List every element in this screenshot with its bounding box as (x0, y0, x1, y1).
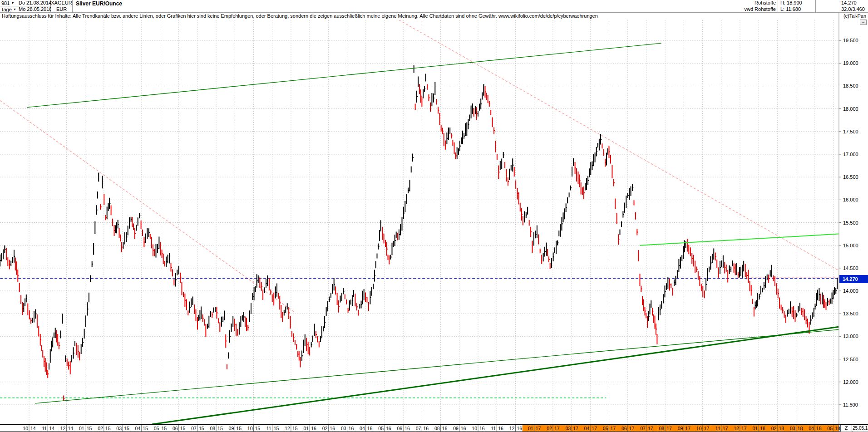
x-tick-year: 17 (611, 426, 616, 431)
x-tick-month: 01 (303, 426, 309, 431)
x-tick-month: 06 (621, 426, 627, 431)
x-tick-month: 08 (434, 426, 440, 431)
x-tick-year: 17 (704, 426, 710, 431)
last-price-badge: 14.270 (839, 275, 868, 283)
disclaimer-text: Haftungsausschluss für Inhalte: Alle Tre… (2, 13, 683, 19)
y-tick-label: 17.000 (843, 152, 858, 157)
x-tick-year: 17 (685, 426, 690, 431)
y-tick-label: 12.000 (843, 379, 858, 385)
x-tick-year: 18 (779, 426, 784, 431)
x-tick-year: 15 (143, 426, 148, 431)
symbol-currency: EUR (51, 6, 73, 13)
bars-count-dropdown[interactable]: 981 ▼ (0, 0, 17, 6)
x-tick-year: 15 (87, 426, 92, 431)
x-tick-year: 16 (349, 426, 354, 431)
x-tick-year: 17 (723, 426, 728, 431)
x-tick-month: 03 (790, 426, 795, 431)
x-tick-month: 01 (79, 426, 84, 431)
x-tick-month: 10 (247, 426, 253, 431)
x-tick-month: 05 (378, 426, 384, 431)
y-tick-label: 19.000 (843, 60, 858, 66)
x-tick-year: 16 (386, 426, 391, 431)
x-tick-month: 05 (827, 426, 833, 431)
provider-label: vwd Rohstoffe (706, 6, 778, 13)
y-tick-label: 18.500 (843, 83, 858, 88)
y-tick-label: 12.500 (843, 357, 858, 362)
x-tick-year: 15 (199, 426, 204, 431)
x-tick-month: 06 (173, 426, 178, 431)
header-filler (73, 0, 706, 13)
x-tick-year: 17 (592, 426, 597, 431)
chevron-down-icon: ▼ (11, 1, 14, 5)
x-tick-month: 09 (229, 426, 234, 431)
x-tick-month: 11 (42, 426, 47, 431)
x-tick-year: 16 (423, 426, 429, 431)
x-tick-month: 05 (154, 426, 159, 431)
taipan-watermark: (c)Tai-Pan (843, 13, 866, 19)
x-tick-year: 18 (816, 426, 822, 431)
x-tick-year: 17 (554, 426, 560, 431)
x-tick-year: 18 (760, 426, 765, 431)
collapse-button[interactable]: – (860, 20, 867, 25)
date-to: Mo 28.05.2018 (17, 6, 51, 13)
x-tick-month: 02 (547, 426, 552, 431)
minus-icon: – (862, 20, 864, 25)
x-tick-month: 03 (341, 426, 346, 431)
x-tick-month: 01 (753, 426, 758, 431)
x-tick-month: 02 (771, 426, 777, 431)
x-tick-year: 15 (124, 426, 129, 431)
x-tick-year: 15 (217, 426, 223, 431)
x-tick-month: 04 (584, 426, 590, 431)
y-tick-label: 16.000 (843, 197, 858, 202)
x-tick-year: 15 (274, 426, 279, 431)
date-from: Do 21.08.2014 (17, 0, 51, 6)
y-tick-label: 14.500 (843, 265, 858, 271)
x-tick-year: 15 (105, 426, 111, 431)
period-value: Tage (1, 7, 12, 12)
x-tick-month: 12 (509, 426, 515, 431)
y-tick-label: 15.000 (843, 243, 858, 248)
x-tick-month: 03 (565, 426, 571, 431)
price-chart-canvas[interactable]: 19.50019.00018.50018.00017.50017.00016.5… (0, 0, 868, 432)
x-tick-year: 15 (180, 426, 186, 431)
x-tick-year: 16 (404, 426, 410, 431)
zoom-mode-button[interactable]: Z (840, 425, 852, 432)
period-low: L: 11.680 (778, 6, 816, 13)
x-tick-month: 02 (322, 426, 328, 431)
x-tick-month: 10 (23, 426, 28, 431)
x-tick-month: 07 (640, 426, 646, 431)
symbol-code: XAGEUR (51, 0, 73, 6)
x-tick-year: 16 (479, 426, 485, 431)
x-tick-year: 16 (461, 426, 466, 431)
x-tick-month: 08 (210, 426, 215, 431)
x-tick-year: 17 (573, 426, 578, 431)
x-tick-year: 15 (161, 426, 167, 431)
header-last-price: 14.270 (816, 0, 868, 6)
x-tick-month: 04 (809, 426, 814, 431)
x-tick-month: 10 (472, 426, 477, 431)
x-tick-year: 17 (648, 426, 653, 431)
x-tick-year: 16 (442, 426, 448, 431)
x-tick-month: 11 (715, 426, 720, 431)
y-tick-label: 11.500 (843, 402, 858, 407)
x-tick-month: 03 (116, 426, 122, 431)
x-tick-year: 14 (68, 426, 73, 431)
x-tick-month: 11 (491, 426, 496, 431)
y-tick-label: 16.500 (843, 174, 858, 180)
x-tick-year: 16 (330, 426, 335, 431)
x-tick-month: 01 (528, 426, 533, 431)
x-tick-month: 10 (696, 426, 702, 431)
x-tick-year: 18 (835, 426, 840, 431)
x-tick-month: 04 (360, 426, 365, 431)
y-tick-label: 13.000 (843, 334, 858, 339)
app-window: 19.50019.00018.50018.00017.50017.00016.5… (0, 0, 868, 432)
x-tick-year: 16 (367, 426, 373, 431)
x-tick-year: 15 (292, 426, 298, 431)
period-dropdown[interactable]: Tage ▼ (0, 6, 17, 13)
x-tick-year: 14 (49, 426, 54, 431)
bars-count-value: 981 (1, 0, 10, 6)
last-date-label: 25.05.18 (853, 425, 868, 432)
y-tick-label: 13.500 (843, 311, 858, 316)
x-tick-month: 11 (266, 426, 271, 431)
y-tick-label: 14.000 (843, 288, 858, 294)
